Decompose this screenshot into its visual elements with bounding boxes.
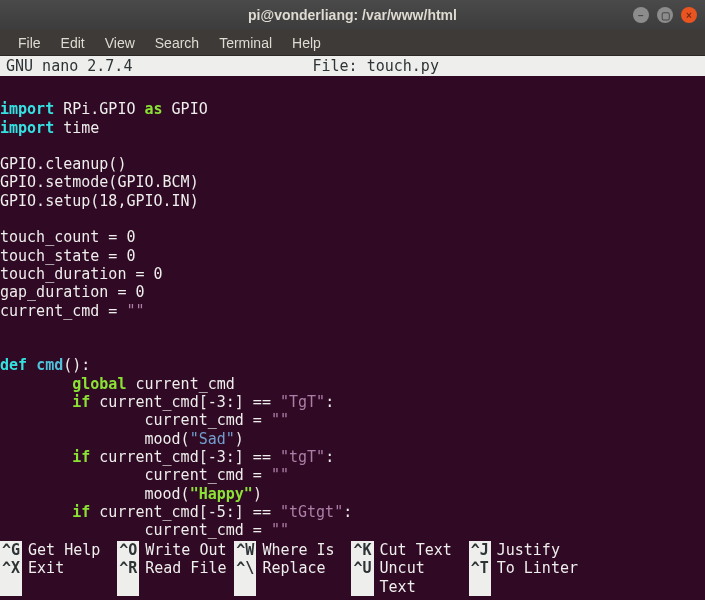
close-button[interactable]: × [681,7,697,23]
shortcut-uncut-text[interactable]: ^UUncut Text [351,559,468,596]
menu-file[interactable]: File [8,32,51,54]
menu-terminal[interactable]: Terminal [209,32,282,54]
menu-search[interactable]: Search [145,32,209,54]
shortcut-to-linter[interactable]: ^TTo Linter [469,559,586,596]
terminal-editor[interactable]: import RPi.GPIO as GPIO import time GPIO… [0,76,705,541]
shortcut-where-is[interactable]: ^WWhere Is [234,541,351,559]
menubar: File Edit View Search Terminal Help [0,30,705,56]
nano-header: GNU nano 2.7.4 File: touch.py [0,56,705,76]
menu-edit[interactable]: Edit [51,32,95,54]
shortcut-cut-text[interactable]: ^KCut Text [351,541,468,559]
window-controls: − ▢ × [633,7,697,23]
shortcut-read-file[interactable]: ^RRead File [117,559,234,596]
menu-view[interactable]: View [95,32,145,54]
window-titlebar: pi@vonderliang: /var/www/html − ▢ × [0,0,705,30]
menu-help[interactable]: Help [282,32,331,54]
window-title: pi@vonderliang: /var/www/html [248,7,457,23]
shortcut-replace[interactable]: ^\Replace [234,559,351,596]
shortcut-write-out[interactable]: ^OWrite Out [117,541,234,559]
shortcut-get-help[interactable]: ^GGet Help [0,541,117,559]
nano-version: GNU nano 2.7.4 [6,57,132,75]
minimize-button[interactable]: − [633,7,649,23]
nano-shortcuts: ^GGet Help ^OWrite Out ^WWhere Is ^KCut … [0,541,705,600]
maximize-button[interactable]: ▢ [657,7,673,23]
nano-file-label: File: touch.py [132,57,619,75]
shortcut-exit[interactable]: ^XExit [0,559,117,596]
shortcut-justify[interactable]: ^JJustify [469,541,586,559]
